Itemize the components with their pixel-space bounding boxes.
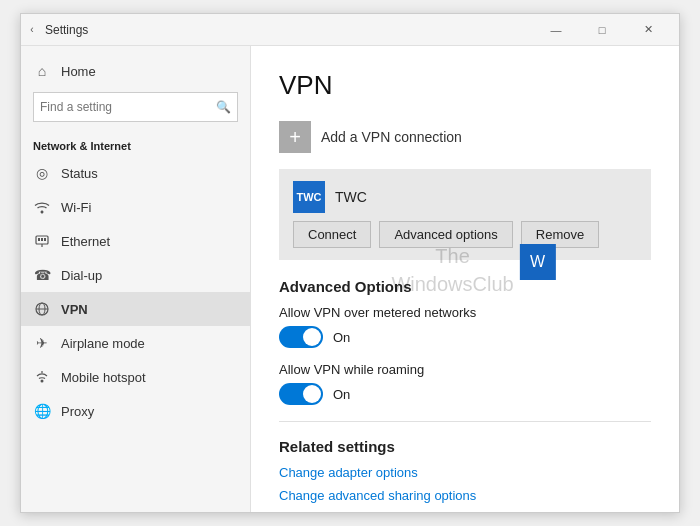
window-controls: — □ ✕ xyxy=(533,14,671,46)
metered-toggle[interactable] xyxy=(279,326,323,348)
vpn-name: TWC xyxy=(335,189,367,205)
svg-point-8 xyxy=(41,380,44,383)
sidebar-item-dialup[interactable]: ☎ Dial-up xyxy=(21,258,250,292)
sidebar-item-label: VPN xyxy=(61,302,88,317)
sidebar-item-label: Airplane mode xyxy=(61,336,145,351)
sidebar-item-label: Status xyxy=(61,166,98,181)
divider xyxy=(279,421,651,422)
search-icon: 🔍 xyxy=(216,100,231,114)
titlebar-title: Settings xyxy=(45,23,88,37)
sidebar-item-hotspot[interactable]: Mobile hotspot xyxy=(21,360,250,394)
airplane-icon: ✈ xyxy=(33,334,51,352)
sidebar-item-proxy[interactable]: 🌐 Proxy xyxy=(21,394,250,428)
sidebar-item-label: Home xyxy=(61,64,96,79)
titlebar: ‹ Settings — □ ✕ xyxy=(21,14,679,46)
roaming-toggle[interactable] xyxy=(279,383,323,405)
related-link-nsc[interactable]: Network and Sharing Center xyxy=(279,511,651,512)
sidebar-item-label: Proxy xyxy=(61,404,94,419)
sidebar-item-status[interactable]: ◎ Status xyxy=(21,156,250,190)
home-icon: ⌂ xyxy=(33,62,51,80)
roaming-status: On xyxy=(333,387,350,402)
status-icon: ◎ xyxy=(33,164,51,182)
related-link-sharing[interactable]: Change advanced sharing options xyxy=(279,488,651,503)
ethernet-icon xyxy=(33,232,51,250)
sidebar-item-label: Dial-up xyxy=(61,268,102,283)
related-link-adapter[interactable]: Change adapter options xyxy=(279,465,651,480)
main-wrapper: VPN + Add a VPN connection TWC TWC Conne xyxy=(251,46,679,512)
vpn-icon xyxy=(33,300,51,318)
close-button[interactable]: ✕ xyxy=(625,14,671,46)
add-vpn-label: Add a VPN connection xyxy=(321,129,462,145)
advanced-options-button[interactable]: Advanced options xyxy=(379,221,512,248)
metered-toggle-row: Allow VPN over metered networks On xyxy=(279,305,651,348)
vpn-item-header: TWC TWC xyxy=(293,181,637,213)
metered-toggle-container: On xyxy=(279,326,651,348)
svg-rect-2 xyxy=(41,238,43,241)
advanced-options-label: Advanced Options xyxy=(279,278,651,295)
minimize-button[interactable]: — xyxy=(533,14,579,46)
page-title: VPN xyxy=(279,70,651,101)
vpn-actions: Connect Advanced options Remove xyxy=(293,221,637,248)
roaming-toggle-container: On xyxy=(279,383,651,405)
titlebar-left: ‹ Settings xyxy=(25,23,88,37)
sidebar-item-label: Mobile hotspot xyxy=(61,370,146,385)
hotspot-icon xyxy=(33,368,51,386)
sidebar: ⌂ Home 🔍 Network & Internet ◎ Status xyxy=(21,46,251,512)
search-box: 🔍 xyxy=(33,92,238,122)
related-title: Related settings xyxy=(279,438,651,455)
sidebar-item-airplane[interactable]: ✈ Airplane mode xyxy=(21,326,250,360)
vpn-logo: TWC xyxy=(293,181,325,213)
main-content: VPN + Add a VPN connection TWC TWC Conne xyxy=(251,46,679,512)
roaming-label: Allow VPN while roaming xyxy=(279,362,651,377)
sidebar-item-label: Wi-Fi xyxy=(61,200,91,215)
metered-label: Allow VPN over metered networks xyxy=(279,305,651,320)
dialup-icon: ☎ xyxy=(33,266,51,284)
remove-button[interactable]: Remove xyxy=(521,221,599,248)
proxy-icon: 🌐 xyxy=(33,402,51,420)
content-area: ⌂ Home 🔍 Network & Internet ◎ Status xyxy=(21,46,679,512)
wifi-icon xyxy=(33,198,51,216)
maximize-button[interactable]: □ xyxy=(579,14,625,46)
sidebar-item-wifi[interactable]: Wi-Fi xyxy=(21,190,250,224)
connect-button[interactable]: Connect xyxy=(293,221,371,248)
sidebar-item-vpn[interactable]: VPN xyxy=(21,292,250,326)
add-vpn-button[interactable]: + Add a VPN connection xyxy=(279,121,651,153)
sidebar-item-label: Ethernet xyxy=(61,234,110,249)
back-button[interactable]: ‹ xyxy=(25,23,39,37)
roaming-toggle-row: Allow VPN while roaming On xyxy=(279,362,651,405)
svg-rect-3 xyxy=(44,238,46,241)
search-input[interactable] xyxy=(40,100,216,114)
sidebar-item-ethernet[interactable]: Ethernet xyxy=(21,224,250,258)
svg-rect-1 xyxy=(38,238,40,241)
metered-status: On xyxy=(333,330,350,345)
vpn-card: TWC TWC Connect Advanced options Remove xyxy=(279,169,651,260)
sidebar-category: Network & Internet xyxy=(21,134,250,156)
sidebar-item-home[interactable]: ⌂ Home xyxy=(21,54,250,88)
add-vpn-icon: + xyxy=(279,121,311,153)
